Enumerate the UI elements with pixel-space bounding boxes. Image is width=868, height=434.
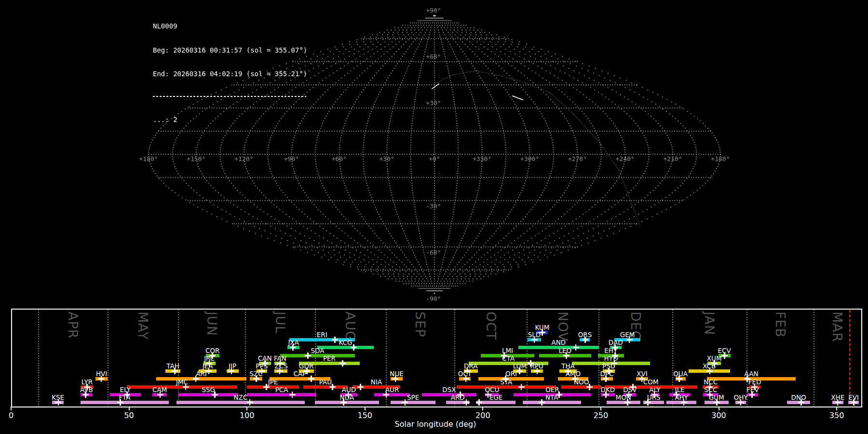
peak-marker: [253, 376, 259, 382]
axis-tick-label: 250: [586, 411, 615, 420]
month-label: OCT: [485, 312, 498, 340]
axis-tick-label: 200: [468, 411, 497, 420]
month-boundary-gridline: [315, 310, 316, 407]
peak-marker: [340, 399, 347, 406]
shower-label: CAP: [293, 371, 306, 378]
peak-marker: [383, 392, 389, 398]
axis-tick-mark: [365, 407, 366, 410]
end-time: End: 20260316 04:02:19 (sol = 355.21°): [153, 70, 307, 78]
peak-marker: [55, 399, 61, 406]
peak-marker: [193, 376, 199, 382]
shower-label: EGE: [489, 394, 503, 401]
peak-marker: [172, 368, 178, 374]
peak-marker: [228, 368, 234, 374]
shower-bar: [127, 385, 237, 389]
shower-label: STA: [500, 379, 512, 386]
axis-tick-label: 300: [705, 411, 733, 420]
peak-marker: [714, 399, 720, 406]
month-boundary-gridline: [598, 310, 599, 407]
month-label: JAN: [703, 312, 716, 335]
shower-label: NZC: [234, 394, 248, 401]
peak-marker: [603, 376, 609, 382]
shower-bar: [247, 393, 316, 396]
axis-tick-mark: [129, 407, 130, 410]
peak-marker: [277, 368, 283, 374]
axis-tick-label: 100: [232, 411, 261, 420]
shower-label: PER: [323, 355, 336, 362]
peak-marker: [749, 392, 755, 398]
peak-marker: [563, 353, 570, 359]
month-label: APR: [67, 312, 80, 339]
peak-marker: [603, 392, 609, 398]
peak-marker: [586, 384, 593, 390]
axis-tick-label: 0: [0, 411, 26, 420]
peak-marker: [624, 399, 631, 406]
begin-time: Beg: 20260316 00:31:57 (sol = 355.07°): [153, 46, 307, 54]
peak-marker: [305, 353, 311, 359]
shower-bar: [607, 401, 640, 404]
current-sol-marker-line: [849, 310, 850, 407]
month-boundary-gridline: [178, 310, 179, 407]
shower-bar: [422, 393, 476, 396]
peak-marker: [706, 368, 713, 374]
shower-label: COM: [643, 379, 659, 386]
shower-label: ERI: [317, 332, 327, 339]
month-boundary-gridline: [245, 310, 246, 407]
peak-marker: [351, 344, 357, 351]
shower-bar: [156, 377, 246, 380]
peak-marker: [157, 392, 163, 398]
peak-marker: [463, 376, 469, 382]
peak-marker: [531, 337, 538, 343]
shower-bar: [280, 354, 355, 357]
peak-marker: [645, 399, 651, 406]
shower-label: SPE: [407, 394, 419, 401]
peak-marker: [392, 376, 398, 382]
shower-label: KCG: [339, 339, 352, 346]
peak-marker: [183, 384, 189, 390]
shower-label: PCA: [275, 387, 288, 393]
observation-header: NL0009 Beg: 20260316 00:31:57 (sol = 355…: [153, 6, 307, 139]
peak-marker: [212, 392, 218, 398]
meteor-count: ...: 2: [153, 116, 307, 124]
shower-label: CTA: [502, 355, 515, 362]
peak-marker: [582, 337, 588, 343]
shower-bar: [178, 393, 238, 396]
shower-bar: [247, 385, 299, 389]
peak-marker: [851, 399, 857, 406]
axis-tick-mark: [719, 407, 719, 410]
month-label: JUL: [274, 312, 287, 334]
shower-bar: [317, 346, 374, 349]
peak-marker: [476, 399, 482, 406]
month-boundary-gridline: [672, 310, 673, 407]
peak-marker: [263, 384, 270, 390]
peak-marker: [289, 392, 296, 398]
axis-tick-label: 150: [351, 411, 380, 420]
peak-marker: [82, 392, 89, 398]
month-boundary-gridline: [814, 310, 814, 407]
x-axis-label: Solar longitude (deg): [395, 420, 476, 429]
month-label: MAY: [136, 312, 149, 340]
peak-marker: [329, 384, 336, 390]
peak-marker: [516, 368, 523, 374]
activity-timeline-chart: APRMAYJUNJULAUGSEPOCTNOVDECJANFEBMARKUME…: [11, 309, 862, 407]
shower-label: DSX: [442, 387, 456, 393]
peak-marker: [518, 384, 525, 390]
shower-label: NIA: [371, 379, 382, 386]
month-label: NOV: [556, 312, 570, 341]
shower-bar: [374, 393, 410, 396]
axis-tick-mark: [246, 407, 247, 410]
peak-marker: [573, 344, 579, 351]
shower-label: ARD: [451, 394, 465, 401]
peak-marker: [247, 399, 253, 406]
shower-bar: [523, 401, 581, 404]
shower-bar: [457, 385, 556, 389]
axis-tick-mark: [482, 407, 483, 410]
shower-bar: [303, 385, 348, 389]
peak-marker: [308, 376, 314, 382]
peak-marker: [539, 399, 545, 406]
month-boundary-gridline: [527, 310, 528, 407]
shower-bar: [176, 401, 304, 404]
month-label: FEB: [774, 312, 787, 338]
peak-marker: [626, 337, 633, 343]
month-label: SEP: [414, 312, 427, 337]
